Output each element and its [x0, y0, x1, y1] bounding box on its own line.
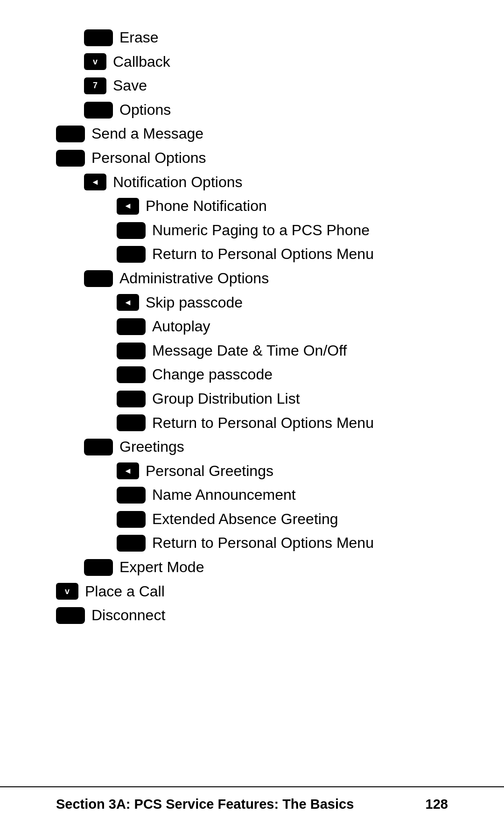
list-item: Administrative Options: [56, 269, 448, 288]
button-icon: [117, 246, 146, 263]
button-icon: [84, 29, 113, 46]
list-item: Name Announcement: [56, 485, 448, 505]
menu-item-label: Disconnect: [91, 606, 165, 625]
list-item: Return to Personal Options Menu: [56, 413, 448, 433]
list-item: Message Date & Time On/Off: [56, 341, 448, 361]
list-item: vPlace a Call: [56, 582, 448, 602]
list-item: Personal Options: [56, 148, 448, 168]
menu-item-label: Greetings: [119, 437, 184, 457]
menu-item-label: Phone Notification: [146, 196, 267, 216]
list-item: ◄Notification Options: [56, 173, 448, 192]
menu-item-label: Extended Absence Greeting: [152, 510, 338, 529]
button-icon: [84, 102, 113, 119]
menu-item-label: Callback: [113, 52, 170, 72]
button-icon: [84, 270, 113, 287]
menu-item-label: Erase: [119, 28, 159, 48]
list-item: Return to Personal Options Menu: [56, 245, 448, 264]
list-item: Erase: [56, 28, 448, 48]
menu-item-label: Administrative Options: [119, 269, 269, 288]
button-icon: [117, 391, 146, 407]
menu-item-label: Name Announcement: [152, 485, 296, 505]
button-icon: [117, 487, 146, 504]
list-item: Group Distribution List: [56, 389, 448, 409]
list-item: Options: [56, 100, 448, 120]
list-item: 7Save: [56, 76, 448, 96]
menu-item-label: Send a Message: [91, 124, 203, 144]
button-icon: [84, 559, 113, 576]
button-icon: [117, 343, 146, 359]
button-icon: [117, 366, 146, 383]
menu-item-label: Group Distribution List: [152, 389, 300, 409]
menu-item-label: Return to Personal Options Menu: [152, 245, 374, 264]
list-item: ◄Personal Greetings: [56, 462, 448, 481]
list-item: ◄Phone Notification: [56, 196, 448, 216]
list-item: Greetings: [56, 437, 448, 457]
menu-item-label: Options: [119, 100, 171, 120]
menu-item-label: Change passcode: [152, 365, 273, 385]
list-item: vCallback: [56, 52, 448, 72]
menu-item-label: Save: [113, 76, 147, 96]
list-item: ◄Skip passcode: [56, 293, 448, 313]
list-item: Autoplay: [56, 317, 448, 336]
button-icon: [56, 150, 85, 167]
menu-item-label: Skip passcode: [146, 293, 243, 313]
menu-list: ErasevCallback7SaveOptionsSend a Message…: [56, 28, 448, 625]
button-icon: [84, 439, 113, 455]
menu-item-label: Return to Personal Options Menu: [152, 533, 374, 553]
menu-item-label: Place a Call: [85, 582, 165, 602]
button-icon: ◄: [117, 198, 139, 215]
button-icon: ◄: [117, 462, 139, 479]
menu-item-label: Return to Personal Options Menu: [152, 413, 374, 433]
menu-item-label: Personal Greetings: [146, 462, 273, 481]
button-icon: [117, 222, 146, 239]
button-icon: v: [56, 583, 78, 600]
button-icon: ◄: [117, 294, 139, 311]
menu-item-label: Expert Mode: [119, 558, 204, 577]
footer: Section 3A: PCS Service Features: The Ba…: [0, 786, 504, 812]
list-item: Extended Absence Greeting: [56, 510, 448, 529]
button-icon: [117, 414, 146, 431]
menu-item-label: Personal Options: [91, 148, 206, 168]
list-item: Numeric Paging to a PCS Phone: [56, 221, 448, 240]
list-item: Expert Mode: [56, 558, 448, 577]
footer-right: 128: [426, 797, 448, 812]
button-icon: 7: [84, 77, 106, 94]
list-item: Change passcode: [56, 365, 448, 385]
list-item: Send a Message: [56, 124, 448, 144]
button-icon: [117, 511, 146, 528]
button-icon: [56, 607, 85, 624]
menu-item-label: Notification Options: [113, 173, 242, 192]
button-icon: [117, 318, 146, 335]
menu-item-label: Numeric Paging to a PCS Phone: [152, 221, 370, 240]
list-item: Return to Personal Options Menu: [56, 533, 448, 553]
button-icon: [56, 126, 85, 142]
menu-item-label: Autoplay: [152, 317, 210, 336]
button-icon: v: [84, 53, 106, 70]
menu-item-label: Message Date & Time On/Off: [152, 341, 347, 361]
footer-left: Section 3A: PCS Service Features: The Ba…: [56, 797, 354, 812]
button-icon: ◄: [84, 174, 106, 190]
list-item: Disconnect: [56, 606, 448, 625]
page-content: ErasevCallback7SaveOptionsSend a Message…: [0, 0, 504, 667]
button-icon: [117, 535, 146, 552]
